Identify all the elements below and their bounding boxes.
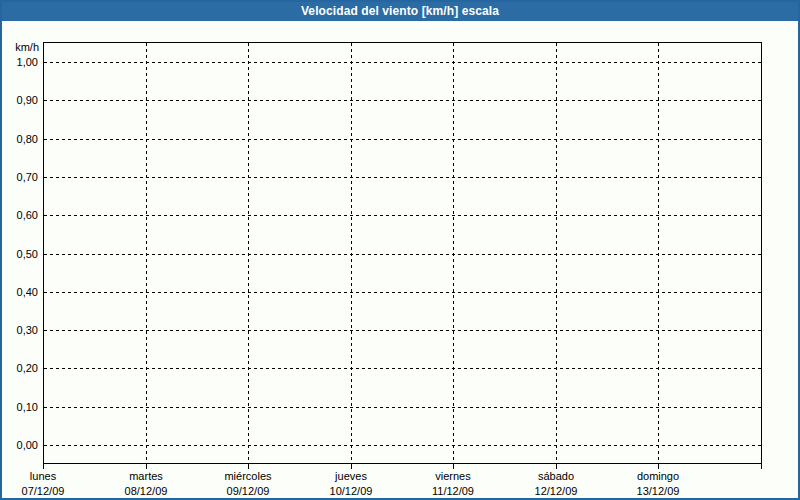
day-date: 08/12/09 [94,484,198,499]
y-gridline-0,50 [44,254,761,255]
y-tick-label: 0,60 [2,209,38,222]
x-gridline-miércoles [248,43,249,463]
x-day-label-sábado: sábado12/12/09 [504,469,608,499]
y-gridline-0,10 [44,407,761,408]
y-gridline-0,40 [44,292,761,293]
day-date: 09/12/09 [196,484,300,499]
day-date: 13/12/09 [606,484,710,499]
x-axis-tick [761,464,762,469]
x-day-label-domingo: domingo13/12/09 [606,469,710,499]
x-gridline-martes [146,43,147,463]
y-tick-label: 0,10 [2,401,38,414]
day-name: domingo [606,469,710,484]
x-day-label-martes: martes08/12/09 [94,469,198,499]
y-tick-label: 0,20 [2,362,38,375]
y-gridline-0,30 [44,330,761,331]
y-gridline-0,20 [44,368,761,369]
day-date: 12/12/09 [504,484,608,499]
chart-window: Velocidad del viento [km/h] escala km/h … [0,0,800,500]
plot-area [43,42,762,464]
y-axis-unit-label: km/h [2,41,39,54]
y-tick-label: 1,00 [2,56,38,69]
y-gridline-0,80 [44,139,761,140]
day-date: 07/12/09 [0,484,95,499]
day-name: viernes [401,469,505,484]
day-name: jueves [299,469,403,484]
y-gridline-0,00 [44,445,761,446]
x-gridline-viernes [453,43,454,463]
day-name: lunes [0,469,95,484]
y-tick-label: 0,80 [2,133,38,146]
x-day-label-miércoles: miércoles09/12/09 [196,469,300,499]
x-gridline-jueves [351,43,352,463]
x-day-label-viernes: viernes11/12/09 [401,469,505,499]
y-tick-label: 0,40 [2,286,38,299]
x-day-label-jueves: jueves10/12/09 [299,469,403,499]
day-name: sábado [504,469,608,484]
day-date: 11/12/09 [401,484,505,499]
day-name: martes [94,469,198,484]
chart-title-bar: Velocidad del viento [km/h] escala [0,0,800,21]
x-gridline-sábado [556,43,557,463]
x-gridline-domingo [658,43,659,463]
y-gridline-0,70 [44,177,761,178]
day-name: miércoles [196,469,300,484]
y-tick-label: 0,50 [2,248,38,261]
y-tick-label: 0,30 [2,324,38,337]
y-gridline-0,60 [44,215,761,216]
chart-title: Velocidad del viento [km/h] escala [301,4,499,18]
x-day-label-lunes: lunes07/12/09 [0,469,95,499]
y-tick-label: 0,00 [2,439,38,452]
y-tick-label: 0,70 [2,171,38,184]
y-tick-label: 0,90 [2,94,38,107]
day-date: 10/12/09 [299,484,403,499]
y-gridline-1,00 [44,62,761,63]
y-gridline-0,90 [44,100,761,101]
